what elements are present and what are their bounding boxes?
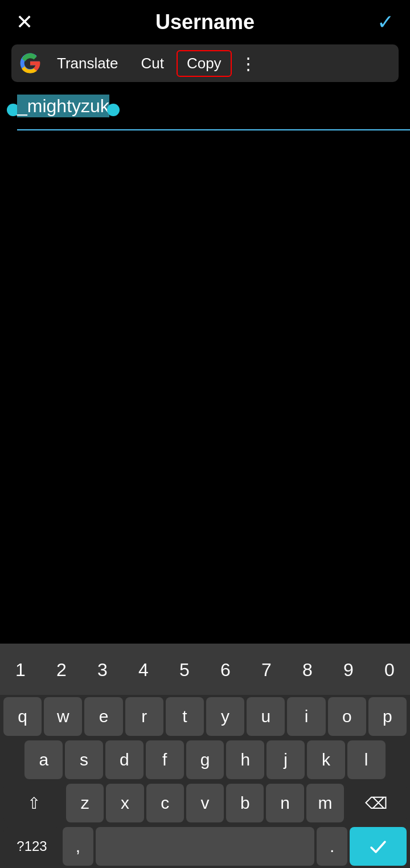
translate-button[interactable]: Translate bbox=[47, 50, 128, 77]
key-b[interactable]: b bbox=[226, 784, 264, 822]
key-i[interactable]: i bbox=[287, 697, 325, 736]
key-d[interactable]: d bbox=[105, 740, 144, 779]
key-l[interactable]: l bbox=[347, 740, 386, 779]
key-p[interactable]: p bbox=[368, 697, 407, 736]
backspace-icon: ⌫ bbox=[365, 794, 388, 813]
confirm-button[interactable]: ✓ bbox=[377, 12, 394, 32]
key-6[interactable]: 6 bbox=[206, 649, 245, 690]
google-icon bbox=[19, 52, 41, 74]
key-r[interactable]: r bbox=[125, 697, 163, 736]
key-z[interactable]: z bbox=[66, 784, 104, 822]
space-key[interactable] bbox=[96, 827, 314, 866]
keyboard-row-2: a s d f g h j k l bbox=[0, 738, 410, 781]
username-input-area[interactable]: _mightyzuk bbox=[17, 92, 393, 125]
key-k[interactable]: k bbox=[307, 740, 345, 779]
shift-button[interactable]: ⇧ bbox=[3, 784, 64, 822]
key-u[interactable]: u bbox=[247, 697, 285, 736]
keyboard-row-3: ⇧ z x c v b n m ⌫ bbox=[0, 781, 410, 825]
key-y[interactable]: y bbox=[206, 697, 244, 736]
key-j[interactable]: j bbox=[266, 740, 305, 779]
key-9[interactable]: 9 bbox=[329, 649, 368, 690]
key-n[interactable]: n bbox=[266, 784, 304, 822]
copy-button[interactable]: Copy bbox=[177, 50, 232, 77]
more-options-button[interactable]: ⋮ bbox=[234, 49, 264, 78]
empty-area bbox=[0, 125, 410, 558]
key-m[interactable]: m bbox=[306, 784, 344, 822]
key-o[interactable]: o bbox=[328, 697, 366, 736]
key-5[interactable]: 5 bbox=[165, 649, 204, 690]
context-menu-toolbar: Translate Cut Copy ⋮ bbox=[11, 44, 399, 82]
key-w[interactable]: w bbox=[44, 697, 82, 736]
selection-handle-right bbox=[107, 104, 120, 116]
selected-text: _mightyzuk bbox=[17, 95, 109, 117]
key-7[interactable]: 7 bbox=[247, 649, 286, 690]
key-a[interactable]: a bbox=[24, 740, 63, 779]
keyboard-row-1: q w e r t y u i o p bbox=[0, 695, 410, 738]
close-button[interactable]: ✕ bbox=[16, 12, 33, 32]
keyboard-number-row: 1 2 3 4 5 6 7 8 9 0 bbox=[0, 644, 410, 695]
key-c[interactable]: c bbox=[146, 784, 184, 822]
numbers-toggle-button[interactable]: ?123 bbox=[3, 827, 60, 866]
input-row: _mightyzuk bbox=[17, 92, 393, 125]
input-underline bbox=[17, 129, 410, 130]
keyboard: 1 2 3 4 5 6 7 8 9 0 q w e r t y u i o p … bbox=[0, 644, 410, 868]
key-v[interactable]: v bbox=[186, 784, 224, 822]
page-title: Username bbox=[155, 10, 255, 34]
key-period[interactable]: . bbox=[317, 827, 347, 866]
backspace-button[interactable]: ⌫ bbox=[346, 784, 407, 822]
key-1[interactable]: 1 bbox=[1, 649, 40, 690]
key-x[interactable]: x bbox=[106, 784, 144, 822]
key-8[interactable]: 8 bbox=[288, 649, 327, 690]
keyboard-bottom-row: ?123 , . bbox=[0, 825, 410, 868]
checkmark-icon bbox=[369, 837, 387, 855]
key-comma[interactable]: , bbox=[63, 827, 93, 866]
key-2[interactable]: 2 bbox=[42, 649, 81, 690]
key-s[interactable]: s bbox=[65, 740, 103, 779]
key-e[interactable]: e bbox=[84, 697, 122, 736]
key-f[interactable]: f bbox=[146, 740, 184, 779]
key-3[interactable]: 3 bbox=[83, 649, 122, 690]
key-h[interactable]: h bbox=[226, 740, 264, 779]
key-4[interactable]: 4 bbox=[124, 649, 163, 690]
shift-icon: ⇧ bbox=[27, 794, 40, 813]
key-g[interactable]: g bbox=[186, 740, 224, 779]
key-0[interactable]: 0 bbox=[370, 649, 409, 690]
cut-button[interactable]: Cut bbox=[130, 50, 174, 77]
enter-button[interactable] bbox=[350, 827, 407, 866]
key-q[interactable]: q bbox=[3, 697, 42, 736]
key-t[interactable]: t bbox=[166, 697, 204, 736]
header: ✕ Username ✓ bbox=[0, 0, 410, 44]
